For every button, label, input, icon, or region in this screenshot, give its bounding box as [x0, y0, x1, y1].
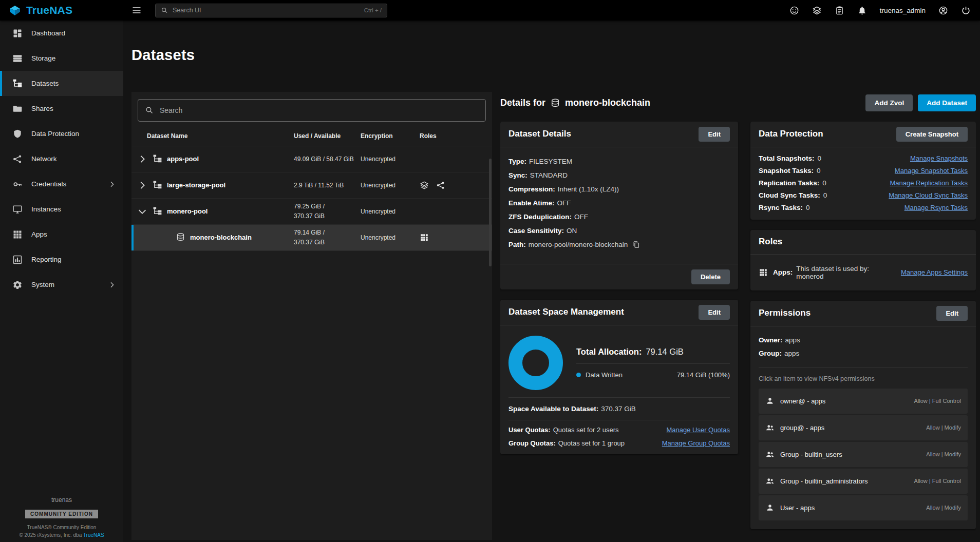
- create-snapshot-button[interactable]: Create Snapshot: [896, 127, 968, 142]
- used-available: 79.14 GiB /370.37 GiB: [294, 228, 361, 247]
- space-donut-chart: [508, 336, 563, 390]
- col-roles: Roles: [420, 132, 492, 140]
- manage-apps-settings-link[interactable]: Manage Apps Settings: [901, 268, 968, 276]
- truecommand-layers-icon[interactable]: [812, 6, 822, 15]
- sidebar-item-reporting[interactable]: Reporting: [0, 247, 123, 272]
- roles-card: Roles Apps: This dataset is used by: mon…: [750, 230, 976, 291]
- manage-snapshot-tasks-link[interactable]: Manage Snapshot Tasks: [895, 167, 968, 175]
- person-icon: [765, 503, 775, 512]
- permission-item-owner[interactable]: owner@ - apps Allow | Full Control: [759, 389, 968, 414]
- edition-text: TrueNAS® Community Edition: [0, 525, 123, 530]
- layers-role-icon: [420, 181, 429, 190]
- sidebar-item-dashboard[interactable]: Dashboard: [0, 21, 123, 46]
- permissions-card: Permissions Edit Owner:apps Group:apps C…: [750, 301, 976, 529]
- sidebar-item-datasets[interactable]: Datasets: [0, 71, 123, 96]
- add-zvol-button[interactable]: Add Zvol: [865, 94, 913, 111]
- roles-cell: [420, 233, 492, 242]
- delete-dataset-button[interactable]: Delete: [691, 269, 730, 284]
- card-title: Data Protection: [759, 129, 823, 139]
- sidebar-item-data-protection[interactable]: Data Protection: [0, 121, 123, 146]
- global-search[interactable]: Ctrl + /: [155, 4, 387, 17]
- sidebar-item-credentials[interactable]: Credentials: [0, 171, 123, 197]
- collapse-chevron-icon[interactable]: [137, 206, 148, 217]
- encryption-status: Unencrypted: [361, 208, 420, 215]
- apps-grid-icon: [12, 229, 23, 240]
- edit-space-button[interactable]: Edit: [699, 305, 730, 320]
- search-icon: [145, 106, 154, 114]
- person-icon: [765, 396, 775, 405]
- sidebar-item-label: Dashboard: [31, 29, 65, 37]
- permission-item-builtin-administrators[interactable]: Group - builtin_administrators Allow | F…: [759, 469, 968, 494]
- add-dataset-button[interactable]: Add Dataset: [918, 94, 976, 111]
- card-title: Roles: [759, 237, 782, 247]
- expand-chevron-icon[interactable]: [137, 153, 148, 165]
- manage-cloud-sync-tasks-link[interactable]: Manage Cloud Sync Tasks: [889, 191, 968, 199]
- apps-grid-icon: [759, 268, 769, 277]
- sidebar-item-network[interactable]: Network: [0, 146, 123, 171]
- sidebar-item-system[interactable]: System: [0, 272, 123, 297]
- permission-item-builtin-users[interactable]: Group - builtin_users Allow | Modify: [759, 442, 968, 467]
- table-row-monero-blockchain[interactable]: monero-blockchain 79.14 GiB /370.37 GiB …: [131, 225, 492, 251]
- sidebar-item-shares[interactable]: Shares: [0, 96, 123, 121]
- space-management-card: Dataset Space Management Edit Total Allo…: [500, 300, 738, 454]
- user-menu-icon[interactable]: [938, 6, 948, 15]
- topbar-actions: truenas_admin: [789, 6, 980, 15]
- edit-permissions-button[interactable]: Edit: [936, 306, 968, 321]
- total-allocation-value: 79.14 GiB: [646, 347, 683, 356]
- gear-icon: [12, 280, 23, 290]
- people-icon: [765, 450, 775, 459]
- legend-value: 79.14 GiB (100%): [677, 371, 730, 379]
- copy-path-icon[interactable]: [632, 241, 640, 248]
- alerts-bell-icon[interactable]: [857, 6, 867, 15]
- encryption-status: Unencrypted: [361, 156, 420, 163]
- expand-chevron-icon[interactable]: [137, 180, 148, 191]
- nfsv4-hint: Click an item to view NFSv4 permissions: [759, 367, 968, 382]
- truenas-link[interactable]: TrueNAS: [83, 532, 104, 538]
- jobs-clipboard-icon[interactable]: [835, 6, 844, 15]
- scrollbar[interactable]: [489, 159, 492, 266]
- col-encryption: Encryption: [361, 132, 420, 140]
- sidebar: Dashboard Storage Datasets Shares Data P…: [0, 21, 123, 542]
- permission-item-group[interactable]: group@ - apps Allow | Modify: [759, 415, 968, 440]
- database-icon: [176, 233, 185, 242]
- feedback-smiley-icon[interactable]: [789, 6, 799, 15]
- total-allocation-label: Total Allocation:: [576, 347, 642, 356]
- dashboard-icon: [12, 28, 23, 38]
- details-title-prefix: Details for: [500, 98, 545, 108]
- people-icon: [765, 423, 775, 432]
- legend-dot: [576, 373, 581, 377]
- menu-toggle-button[interactable]: [131, 5, 142, 15]
- table-row-apps-pool[interactable]: apps-pool 49.09 GiB / 58.47 GiB Unencryp…: [131, 146, 492, 172]
- dataset-search-input[interactable]: [160, 106, 479, 114]
- sidebar-item-storage[interactable]: Storage: [0, 46, 123, 71]
- encryption-status: Unencrypted: [361, 234, 420, 241]
- used-available: 79.25 GiB /370.37 GiB: [294, 202, 361, 221]
- sidebar-item-instances[interactable]: Instances: [0, 197, 123, 222]
- dataset-tree-icon: [153, 180, 162, 190]
- dataset-search[interactable]: [138, 99, 486, 122]
- permission-item-user-apps[interactable]: User - apps Allow | Modify: [759, 495, 968, 520]
- power-icon[interactable]: [961, 6, 971, 15]
- manage-replication-tasks-link[interactable]: Manage Replication Tasks: [890, 179, 968, 187]
- edit-dataset-details-button[interactable]: Edit: [699, 127, 730, 142]
- col-used-available: Used / Available: [294, 132, 361, 140]
- sidebar-item-label: Datasets: [31, 80, 59, 87]
- table-row-monero-pool[interactable]: monero-pool 79.25 GiB /370.37 GiB Unencr…: [131, 199, 492, 225]
- dataset-name: monero-pool: [167, 207, 208, 215]
- people-icon: [765, 476, 775, 486]
- manage-user-quotas-link[interactable]: Manage User Quotas: [666, 426, 730, 434]
- sidebar-item-apps[interactable]: Apps: [0, 222, 123, 247]
- sidebar-item-label: Data Protection: [31, 130, 79, 138]
- network-icon: [12, 154, 23, 164]
- manage-group-quotas-link[interactable]: Manage Group Quotas: [662, 439, 730, 447]
- table-row-large-storage-pool[interactable]: large-storage-pool 2.9 TiB / 11.52 TiB U…: [131, 172, 492, 199]
- dataset-name: apps-pool: [167, 155, 199, 163]
- manage-snapshots-link[interactable]: Manage Snapshots: [910, 154, 968, 162]
- sidebar-nav: Dashboard Storage Datasets Shares Data P…: [0, 21, 123, 297]
- encryption-status: Unencrypted: [361, 182, 420, 189]
- truenas-logo[interactable]: TrueNAS: [0, 4, 123, 17]
- card-title: Dataset Space Management: [508, 307, 624, 317]
- key-icon: [12, 179, 23, 189]
- manage-rsync-tasks-link[interactable]: Manage Rsync Tasks: [904, 204, 968, 211]
- global-search-input[interactable]: [173, 7, 360, 14]
